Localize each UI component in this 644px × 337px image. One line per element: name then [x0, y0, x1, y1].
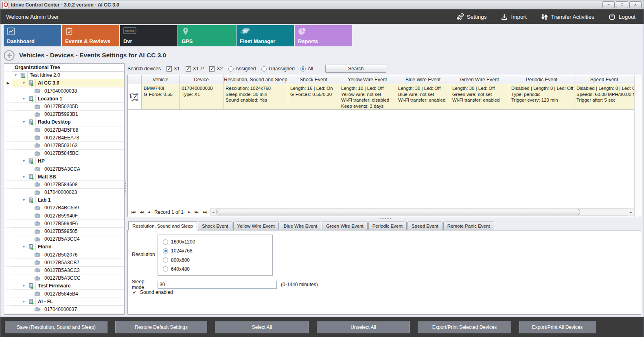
tree-item[interactable]: 00127B5845B4: [4, 290, 124, 298]
tree-item[interactable]: ▾HP: [4, 157, 124, 165]
unselect-all-button[interactable]: Unselect All: [317, 321, 410, 333]
column-speed-event[interactable]: Speed Event: [574, 75, 634, 84]
export-print-all-button[interactable]: Export/Print All Devices: [519, 321, 596, 333]
tab-remote-panic-event[interactable]: Remote Panic Event: [443, 222, 494, 230]
column-device[interactable]: Device: [180, 75, 223, 84]
radio-1600x1200[interactable]: 1600x1200: [163, 239, 267, 245]
tree-item[interactable]: 00127B59940F: [4, 212, 124, 220]
tree-item[interactable]: ▶▾AI CC 3.0: [4, 79, 124, 87]
radio-icon[interactable]: [163, 257, 168, 263]
tree-item[interactable]: 00127B5A3CCA: [4, 165, 124, 173]
search-button[interactable]: Search: [325, 65, 386, 73]
radio-icon[interactable]: [228, 66, 234, 72]
checkbox-x2[interactable]: ✓X2: [209, 66, 223, 72]
tab-yellow-wire-event[interactable]: Yellow Wire Event: [233, 222, 279, 230]
radio-icon[interactable]: [261, 66, 267, 72]
close-button[interactable]: x: [629, 1, 642, 8]
next-record-button[interactable]: ▶: [188, 211, 190, 214]
expand-icon[interactable]: ▾: [23, 120, 28, 124]
radio-all[interactable]: All: [300, 66, 313, 72]
select-all-button[interactable]: Select All: [215, 321, 309, 333]
tree-item[interactable]: ▾Matt SB: [4, 173, 124, 181]
vertical-splitter[interactable]: [125, 181, 127, 194]
radio-640x480[interactable]: 640x480: [163, 266, 267, 272]
logout-button[interactable]: Logout: [608, 13, 635, 21]
tree-item[interactable]: 017040000038: [4, 87, 124, 95]
expand-icon[interactable]: ▾: [23, 97, 28, 101]
transfer-activities-button[interactable]: Transfer Activities: [541, 13, 594, 21]
column-vehicle[interactable]: Vehicle: [142, 75, 180, 84]
tab-reports[interactable]: Reports: [295, 25, 352, 46]
radio-unassigned[interactable]: Unassigned: [261, 66, 294, 72]
horizontal-scrollbar[interactable]: ◂ ▸: [210, 209, 634, 215]
checkbox-icon[interactable]: ✓: [209, 66, 215, 72]
tree-item[interactable]: 00127B50205D: [4, 103, 124, 111]
tree-item[interactable]: 00127B4BC559: [4, 204, 124, 212]
tree-item[interactable]: 00127B5994F6: [4, 220, 124, 228]
minimize-button[interactable]: –: [602, 1, 615, 8]
expand-icon[interactable]: ▾: [23, 198, 28, 202]
tree-item[interactable]: 00127B4B5F88: [4, 126, 124, 134]
next-page-button[interactable]: ▶▶: [195, 211, 198, 214]
sound-enabled-checkbox[interactable]: ✓ Sound enabled: [132, 289, 173, 295]
tab-fleet-manager[interactable]: Fleet Manager: [237, 25, 294, 46]
prev-page-button[interactable]: ◀◀: [140, 211, 143, 214]
column-green-wire-event[interactable]: Green Wire Event: [450, 75, 509, 84]
horizontal-splitter[interactable]: [380, 218, 392, 220]
checkbox-x1p[interactable]: ✓X1-P: [186, 66, 204, 72]
device-row[interactable]: I✓ BMW740i G-Force: 0.55 017040000038 Ty…: [128, 84, 634, 110]
column-periodic-event[interactable]: Periodic Event: [509, 75, 574, 84]
tree-item[interactable]: 017040000037: [4, 306, 124, 313]
expand-icon[interactable]: ▾: [23, 245, 28, 249]
radio-icon[interactable]: [163, 266, 168, 272]
checkbox-icon[interactable]: ✓: [166, 66, 172, 72]
expand-icon[interactable]: ▾: [23, 175, 28, 179]
export-print-selected-button[interactable]: Export/Print Selected Devices: [418, 321, 511, 333]
scrollbar-thumb[interactable]: [217, 209, 580, 215]
column-yellow-wire-event[interactable]: Yellow Wire Event: [339, 75, 396, 84]
sleep-mode-input[interactable]: [158, 281, 277, 289]
column-blue-wire-event[interactable]: Blue Wire Event: [396, 75, 450, 84]
radio-1024x768[interactable]: 1024x768: [163, 248, 267, 254]
tab-events-reviews[interactable]: Events & Reviews: [62, 25, 119, 46]
expand-icon[interactable]: ▾: [15, 73, 20, 77]
tab-shock-event[interactable]: Shock Event: [198, 222, 232, 230]
radio-icon[interactable]: [163, 239, 168, 245]
tree-item[interactable]: ▾Test Idrive 2.0: [4, 72, 124, 79]
tree-item[interactable]: 00127B4EEA78: [4, 134, 124, 142]
tree-item[interactable]: ▾Test Firmware: [4, 282, 124, 290]
tree-item[interactable]: 00127B599505: [4, 228, 124, 235]
settings-button[interactable]: Settings: [456, 13, 487, 21]
expand-icon[interactable]: ▾: [23, 159, 28, 163]
tree-item[interactable]: 00127B502076: [4, 251, 124, 259]
expand-icon[interactable]: ▾: [23, 81, 28, 85]
row-select-checkbox[interactable]: ✓: [133, 94, 138, 100]
tree-item[interactable]: ▾AI - FL: [4, 298, 124, 306]
tree-item[interactable]: 00127B5A3CC3: [4, 267, 124, 274]
tab-dvr[interactable]: Dvr: [120, 25, 177, 46]
tree-item[interactable]: ▾Radu Desktop: [4, 118, 124, 126]
save-button[interactable]: Save (Resolution, Sound and Sleep): [5, 321, 107, 333]
last-record-button[interactable]: ▶▶|: [203, 211, 207, 214]
radio-icon[interactable]: [163, 248, 168, 254]
first-record-button[interactable]: |◀◀: [131, 211, 135, 214]
tree-item[interactable]: 00127B5A3CB7: [4, 259, 124, 267]
checkbox-icon[interactable]: ✓: [186, 66, 191, 72]
tab-blue-wire-event[interactable]: Blue Wire Event: [280, 222, 321, 230]
tab-green-wire-event[interactable]: Green Wire Event: [322, 222, 367, 230]
expand-icon[interactable]: ▾: [23, 284, 28, 288]
tree-item[interactable]: 00127B5A3CCC: [4, 274, 124, 282]
scroll-left-icon[interactable]: ◂: [210, 209, 217, 215]
radio-800x600[interactable]: 800x600: [163, 257, 267, 263]
radio-assigned[interactable]: Assigned: [228, 66, 256, 72]
tab-speed-event[interactable]: Speed Event: [407, 222, 442, 230]
checkbox-x1[interactable]: ✓X1: [166, 66, 180, 72]
tree-item[interactable]: 017040000023: [4, 189, 124, 196]
tab-resolution-sound-sleep[interactable]: Resolution, Sound and Sleep: [128, 221, 197, 230]
tab-gps[interactable]: GPS: [178, 25, 236, 46]
expand-icon[interactable]: ▾: [23, 300, 28, 304]
radio-icon[interactable]: [300, 66, 306, 72]
prev-record-button[interactable]: ◀: [148, 211, 149, 214]
scroll-right-icon[interactable]: ▸: [628, 209, 634, 215]
import-button[interactable]: Import: [500, 13, 526, 21]
